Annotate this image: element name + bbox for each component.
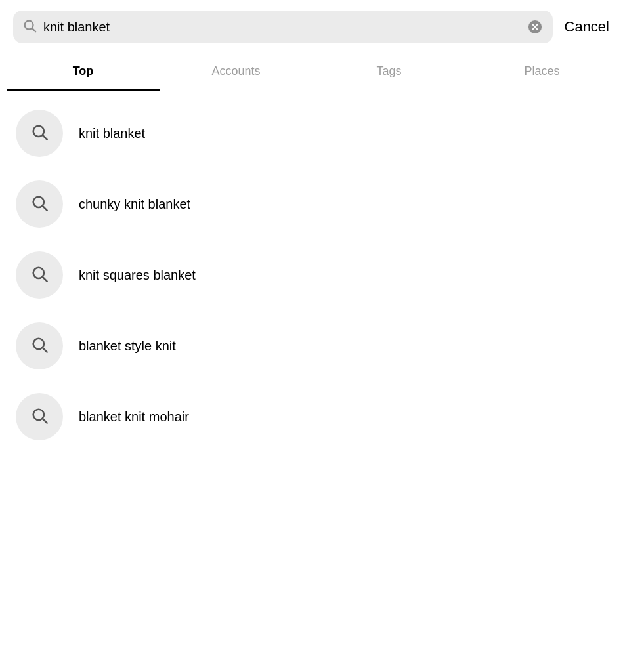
svg-line-10	[43, 277, 47, 281]
result-text: blanket style knit	[79, 339, 176, 354]
cancel-button[interactable]: Cancel	[562, 18, 612, 35]
list-item[interactable]: knit squares blanket	[0, 240, 625, 310]
results-list: knit blanket chunky knit blanket	[0, 91, 625, 459]
svg-line-12	[43, 348, 47, 352]
tab-tags[interactable]: Tags	[312, 54, 465, 91]
tabs-container: Top Accounts Tags Places	[0, 54, 625, 91]
search-icon	[30, 194, 49, 215]
list-item[interactable]: knit blanket	[0, 98, 625, 169]
result-search-icon-circle	[16, 110, 63, 157]
svg-line-8	[43, 206, 47, 210]
result-text: blanket knit mohair	[79, 410, 189, 425]
svg-line-1	[32, 28, 35, 32]
svg-line-6	[43, 135, 47, 139]
list-item[interactable]: chunky knit blanket	[0, 169, 625, 240]
svg-line-14	[43, 419, 47, 423]
search-icon	[30, 406, 49, 427]
result-text: knit blanket	[79, 126, 145, 141]
search-bar-area: Cancel	[0, 0, 625, 54]
tab-top[interactable]: Top	[7, 54, 160, 91]
list-item[interactable]: blanket knit mohair	[0, 381, 625, 452]
result-text: knit squares blanket	[79, 268, 196, 283]
search-input[interactable]	[43, 20, 520, 35]
clear-button[interactable]	[527, 18, 544, 35]
result-text: chunky knit blanket	[79, 197, 190, 212]
search-icon	[22, 18, 37, 35]
search-icon	[30, 335, 49, 356]
result-search-icon-circle	[16, 393, 63, 440]
result-search-icon-circle	[16, 251, 63, 299]
list-item[interactable]: blanket style knit	[0, 310, 625, 381]
tab-accounts[interactable]: Accounts	[160, 54, 312, 91]
search-input-wrapper	[13, 10, 553, 43]
result-search-icon-circle	[16, 180, 63, 228]
result-search-icon-circle	[16, 322, 63, 369]
search-icon	[30, 264, 49, 285]
search-icon	[30, 123, 49, 144]
tab-places[interactable]: Places	[465, 54, 618, 91]
